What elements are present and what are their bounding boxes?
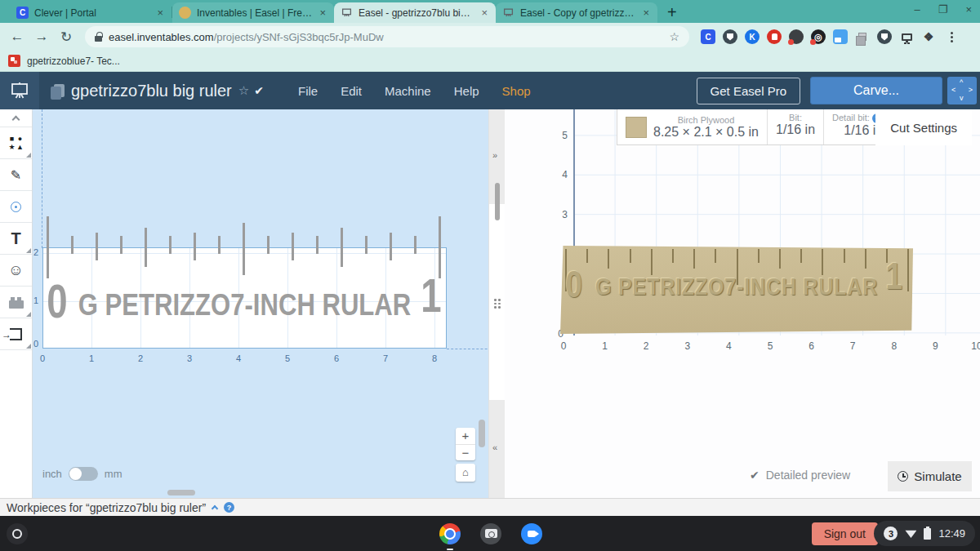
ruler-number-right[interactable]: 1 xyxy=(421,273,441,319)
browser-menu-icon[interactable] xyxy=(946,30,958,44)
home-view-button[interactable]: ⌂ xyxy=(456,464,475,482)
design-canvas[interactable]: 0 1 G PETRIZZO7-INCH RULAR 012345678 210… xyxy=(33,109,488,498)
maximize-button[interactable]: ❐ xyxy=(938,3,948,16)
detailed-preview-toggle[interactable]: ✔ Detailed preview xyxy=(750,469,850,482)
minimize-button[interactable]: – xyxy=(915,3,920,16)
new-tab-button[interactable]: + xyxy=(667,4,677,20)
x-axis-label: 5 xyxy=(768,340,773,352)
collapse-tools-button[interactable] xyxy=(0,109,32,127)
zoom-out-button[interactable]: − xyxy=(456,444,475,460)
paw-extension-icon[interactable] xyxy=(789,29,804,44)
easel-logo[interactable] xyxy=(0,72,39,109)
menu-machine[interactable]: Machine xyxy=(385,84,431,98)
launcher-button[interactable] xyxy=(7,523,28,544)
preview-wood-ruler: 0 1 G PETRIZZO7-INCH RULAR xyxy=(560,246,913,334)
carve-button[interactable]: Carve... xyxy=(810,77,942,104)
menu-edit[interactable]: Edit xyxy=(341,84,362,98)
tool-palette: ■●★▲ ✎ T ☺ xyxy=(0,109,33,498)
address-bar[interactable]: easel.inventables.com/projects/ySNf-sGjS… xyxy=(85,26,689,47)
material-name: Birch Plywood xyxy=(653,115,759,125)
jog-dpad-button[interactable]: ^ v < > xyxy=(947,77,977,104)
sign-out-button[interactable]: Sign out xyxy=(812,522,878,545)
ruler-tick xyxy=(194,233,196,260)
canvas-horizontal-scrollbar[interactable] xyxy=(167,490,195,495)
forward-button[interactable]: → xyxy=(31,29,52,45)
canvas-vertical-scrollbar[interactable] xyxy=(479,420,485,447)
carve-preview-panel[interactable]: 543 0 0 1 G PETRIZZO7-INCH RULAR 0123456… xyxy=(505,109,980,498)
collapse-left-icon[interactable]: « xyxy=(492,442,497,452)
shield-extension-icon[interactable] xyxy=(723,29,737,44)
unit-inch-label: inch xyxy=(42,468,62,480)
back-button[interactable]: ← xyxy=(7,29,28,45)
workpieces-bar[interactable]: Workpieces for “gpetrizzo7blu big ruler”… xyxy=(0,498,980,516)
x-axis-label: 4 xyxy=(726,340,732,352)
import-tool[interactable] xyxy=(0,318,32,350)
tab-easel-big-ruler[interactable]: Easel - gpetrizzo7blu big ruler × xyxy=(334,2,496,23)
ruler-number-left[interactable]: 0 xyxy=(47,278,67,325)
project-title[interactable]: gpetrizzo7blu big ruler xyxy=(71,82,232,100)
tab-close-icon[interactable]: × xyxy=(155,7,165,19)
divider-drag-handle[interactable] xyxy=(494,299,501,309)
zoom-in-button[interactable]: + xyxy=(456,428,475,444)
system-tray[interactable]: 3 12:49 xyxy=(874,521,975,546)
y-axis-label: 0 xyxy=(33,339,38,349)
shapes-tool[interactable]: ■●★▲ xyxy=(0,127,32,159)
text-tool[interactable]: T xyxy=(0,223,32,255)
tab-close-icon[interactable]: × xyxy=(318,7,327,19)
menu-help[interactable]: Help xyxy=(454,84,479,98)
y-axis-label: 5 xyxy=(562,130,568,141)
carved-tick xyxy=(672,249,674,263)
workpieces-label: Workpieces for “gpetrizzo7blu big ruler” xyxy=(7,501,206,514)
help-icon[interactable]: ? xyxy=(224,502,234,513)
ruler-tick xyxy=(169,236,172,254)
ruler-text-object[interactable]: G PETRIZZO7-INCH RULAR xyxy=(75,290,415,320)
divider-scrollbar[interactable] xyxy=(495,183,500,220)
tab-inventables[interactable]: Inventables | Easel | Free CNC S × xyxy=(172,2,334,23)
chrome-app-icon[interactable] xyxy=(439,523,461,544)
favorite-star-icon[interactable]: ☆ xyxy=(238,83,249,98)
shield2-extension-icon[interactable] xyxy=(877,29,892,44)
target-extension-icon[interactable]: ◎ xyxy=(811,29,826,44)
screenshot-extension-icon[interactable] xyxy=(833,29,848,44)
get-easel-pro-button[interactable]: Get Easel Pro xyxy=(697,78,800,104)
tab-close-icon[interactable]: × xyxy=(479,7,489,19)
expand-right-icon[interactable]: » xyxy=(492,150,497,160)
bookmark-star-icon[interactable]: ☆ xyxy=(669,30,679,43)
bit-section[interactable]: Bit: 1/16 in xyxy=(768,109,824,144)
carved-tick xyxy=(630,249,631,263)
material-edge-dashed-line xyxy=(42,109,42,248)
pages-extension-icon[interactable] xyxy=(855,29,870,44)
ruler-tick xyxy=(96,233,98,260)
cut-settings-button[interactable]: Cut Settings xyxy=(875,109,972,145)
chevron-up-icon[interactable] xyxy=(212,505,218,512)
tab-close-icon[interactable]: × xyxy=(641,7,651,19)
bit-label: Bit: xyxy=(776,113,815,122)
material-section[interactable]: Birch Plywood 8.25 × 2.1 × 0.5 in xyxy=(617,109,768,144)
apps-tool[interactable] xyxy=(0,287,32,318)
simulate-label: Simulate xyxy=(914,469,961,483)
menu-shop[interactable]: Shop xyxy=(502,84,531,98)
pen-tool[interactable]: ✎ xyxy=(0,159,32,191)
kami-extension-icon[interactable]: K xyxy=(745,29,760,44)
simulate-button[interactable]: Simulate xyxy=(888,461,972,491)
close-window-button[interactable]: × xyxy=(965,3,972,16)
extensions-puzzle-icon[interactable]: ❖ xyxy=(921,29,936,44)
unit-mm-label: mm xyxy=(105,468,122,480)
tab-title: Easel - Copy of gpetrizzo7blu bi xyxy=(520,7,635,19)
drill-tool[interactable] xyxy=(0,191,32,223)
clever-extension-icon[interactable]: C xyxy=(701,29,715,44)
reload-button[interactable]: ↻ xyxy=(56,29,77,46)
shelf-apps xyxy=(439,523,542,544)
x-axis-label: 2 xyxy=(138,353,143,363)
menu-file[interactable]: File xyxy=(298,84,318,98)
bookmark-item[interactable]: gpetrizzoblue7- Tec... xyxy=(27,56,120,67)
zoom-app-icon[interactable] xyxy=(521,523,542,544)
screencast-extension-icon[interactable] xyxy=(899,29,914,44)
camera-app-icon[interactable] xyxy=(480,523,501,544)
unit-toggle[interactable] xyxy=(69,467,98,481)
icons-tool[interactable]: ☺ xyxy=(0,255,32,287)
blocker-hand-extension-icon[interactable] xyxy=(767,29,782,44)
tab-clever-portal[interactable]: C Clever | Portal × xyxy=(10,2,172,23)
tab-easel-copy[interactable]: Easel - Copy of gpetrizzo7blu bi × xyxy=(496,2,657,23)
wifi-icon xyxy=(905,529,916,538)
